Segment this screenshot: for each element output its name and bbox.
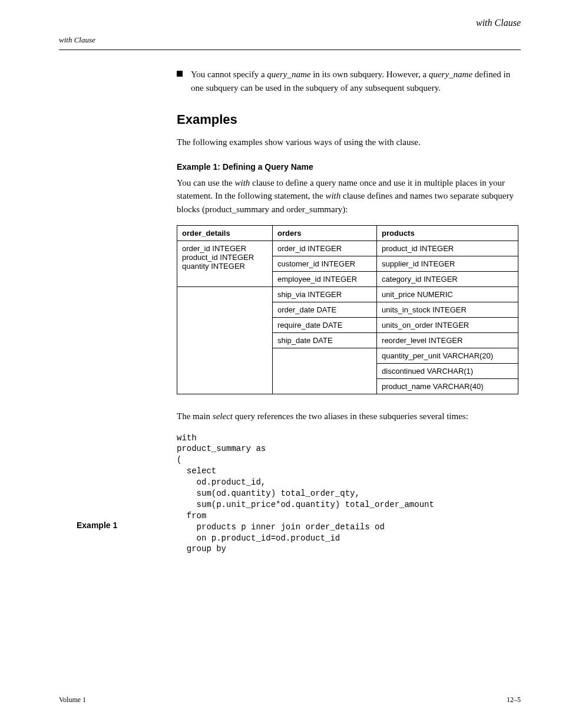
bullet-text: You cannot specify a query_name in its o… xyxy=(191,68,521,94)
main-content: You cannot specify a query_name in its o… xyxy=(177,68,521,423)
bullet-item: You cannot specify a query_name in its o… xyxy=(177,68,521,94)
table-cell: ship_via INTEGER xyxy=(272,287,376,302)
table-cell: category_id INTEGER xyxy=(377,272,518,287)
table-header: orders xyxy=(272,226,376,241)
example1-text: You can use the with clause to define a … xyxy=(177,176,521,216)
page: with Clause with Clause You cannot speci… xyxy=(0,0,562,728)
table-cell: discontinued VARCHAR(1) xyxy=(377,364,518,379)
table-cell: order_date DATE xyxy=(272,302,376,318)
example1-body-text: The main select query references the two… xyxy=(177,410,521,423)
table-cell: product_name VARCHAR(40) xyxy=(377,379,518,394)
header-rule xyxy=(59,50,521,50)
footer-right: 12–5 xyxy=(507,696,521,704)
order-details-cell: order_id INTEGER product_id INTEGER quan… xyxy=(177,241,273,287)
square-bullet-icon xyxy=(177,71,183,77)
schema-table: order_details orders products order_id I… xyxy=(177,225,518,394)
sql-code: with product_summary as ( select od.prod… xyxy=(177,433,521,555)
table-cell: employee_id INTEGER xyxy=(272,272,376,287)
table-cell-empty xyxy=(177,287,273,394)
table-row: ship_via INTEGER unit_price NUMERIC xyxy=(177,287,518,302)
examples-intro: The following examples show various ways… xyxy=(177,136,521,149)
table-cell: supplier_id INTEGER xyxy=(377,256,518,272)
table-cell: units_on_order INTEGER xyxy=(377,318,518,333)
table-cell: customer_id INTEGER xyxy=(272,256,376,272)
sql-block: with product_summary as ( select od.prod… xyxy=(177,433,521,555)
running-head-left: with Clause xyxy=(59,35,521,45)
table-row: order_id INTEGER product_id INTEGER quan… xyxy=(177,241,518,256)
table-cell: unit_price NUMERIC xyxy=(377,287,518,302)
table-cell-empty xyxy=(272,348,376,394)
table-cell: reorder_level INTEGER xyxy=(377,333,518,348)
table-header: products xyxy=(377,226,518,241)
running-head-right: with Clause xyxy=(476,18,521,28)
table-header: order_details xyxy=(177,226,273,241)
table-header-row: order_details orders products xyxy=(177,226,518,241)
table-cell: require_date DATE xyxy=(272,318,376,333)
footer-left: Volume 1 xyxy=(59,696,86,704)
example1-heading: Example 1: Defining a Query Name xyxy=(177,162,521,172)
table-cell: product_id INTEGER xyxy=(377,241,518,256)
examples-heading: Examples xyxy=(177,112,521,127)
side-label-example1: Example 1 xyxy=(77,521,117,530)
table-cell: ship_date DATE xyxy=(272,333,376,348)
table-cell: quantity_per_unit VARCHAR(20) xyxy=(377,348,518,364)
table-cell: order_id INTEGER xyxy=(272,241,376,256)
page-footer: Volume 1 12–5 xyxy=(59,696,521,704)
table-cell: units_in_stock INTEGER xyxy=(377,302,518,318)
